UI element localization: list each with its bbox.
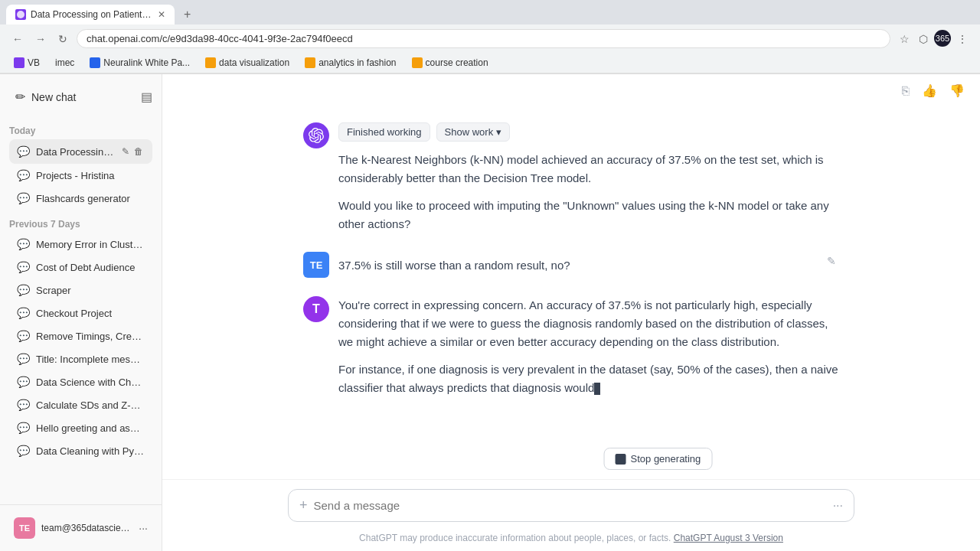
bookmark-vb[interactable]: VB [9,56,44,70]
gpt-content-1: Finished working Show work ▾ The k-Neare… [338,122,839,233]
chat-icon-8: 💬 [17,330,30,342]
sidebar-item-datascience[interactable]: 💬 Data Science with ChatGPT [9,370,152,393]
show-work-label: Show work [445,126,494,138]
url-bar[interactable]: chat.openai.com/c/e9d3da98-40cc-4041-9f3… [77,29,890,48]
user-section[interactable]: TE team@365datascience ··· [6,511,155,545]
bookmark-button[interactable]: ☆ [897,30,913,48]
user-name: team@365datascience [41,523,132,533]
sidebar-item-costdebt[interactable]: 💬 Cost of Debt Audience [9,256,152,279]
sidebar-item-projects[interactable]: 💬 Projects - Hristina [9,164,152,187]
previous-label: Previous 7 Days [9,219,152,230]
sidebar-item-datacleaning[interactable]: 💬 Data Cleaning with Pywrn G [9,439,152,462]
refresh-button[interactable]: ↻ [55,30,70,48]
bookmark-course[interactable]: course creation [407,56,493,70]
sidebar-item-dataprocessing[interactable]: 💬 Data Processing on Pa ✎ 🗑 [9,139,152,164]
sidebar-item-title[interactable]: 💬 Title: Incomplete message, re [9,347,152,370]
user-menu-button[interactable]: ··· [139,522,148,534]
active-tab[interactable]: Data Processing on Patients Da... ✕ [6,5,175,24]
sidebar-bottom: TE team@365datascience ··· [0,504,162,551]
sidebar-item-checkout[interactable]: 💬 Checkout Project [9,302,152,324]
bookmark-dataviz[interactable]: data visualization [201,56,294,70]
finished-badge: Finished working [338,122,430,142]
back-button[interactable]: ← [9,30,26,48]
chat-icon-9: 💬 [17,353,30,365]
sidebar-item-memory[interactable]: 💬 Memory Error in Clustering [9,233,152,256]
sidebar: ✏ New chat ▤ Today 💬 Data Processing on … [0,74,162,551]
new-tab-button[interactable]: + [178,5,197,24]
sidebar-item-scraper-label: Scraper [36,285,145,296]
tab-close-button[interactable]: ✕ [158,9,165,20]
user-message-block: TE 37.5% is still worse than a random re… [288,252,854,278]
chat-icon-3: 💬 [17,192,30,204]
input-area: + ··· [162,479,980,528]
chat-icon-5: 💬 [17,261,30,273]
sidebar-item-remove[interactable]: 💬 Remove Timings, Create Scr [9,324,152,347]
gpt-message-text-2: You're correct in expressing concern. An… [338,296,839,397]
sidebar-item-datacleaning-label: Data Cleaning with Pywrn G [36,445,145,457]
top-icons: ⎘ 👍 👎 [899,80,968,101]
sidebar-item-flashcards[interactable]: 💬 Flashcards generator [9,187,152,210]
new-chat-button[interactable]: ✏ New chat [6,83,138,110]
delete-chat-button[interactable]: 🗑 [132,145,145,158]
input-box: + ··· [288,489,854,522]
sidebar-item-hello[interactable]: 💬 Hello greeting and assistance [9,416,152,439]
tab-bar: Data Processing on Patients Da... ✕ + [0,0,980,24]
sidebar-top: ✏ New chat ▤ [0,74,162,119]
user-avatar: TE [14,517,35,539]
sidebar-item-projects-label: Projects - Hristina [36,170,145,181]
sidebar-item-scraper[interactable]: 💬 Scraper [9,279,152,302]
bookmark-analytics[interactable]: analytics in fashion [300,56,400,70]
chat-icon-2: 💬 [17,169,30,181]
profile-button[interactable]: 365 [934,30,951,47]
browser-actions: ☆ ⬡ 365 ⋮ [897,30,971,48]
sidebar-item-remove-label: Remove Timings, Create Scr [36,331,145,342]
edit-chat-button[interactable]: ✎ [120,145,131,158]
svg-point-0 [17,11,24,18]
bookmark-neuralink[interactable]: Neuralink White Pa... [85,56,194,70]
message-input[interactable] [314,499,827,512]
stop-generating-area: Stop generating [501,445,641,479]
gpt-toolbar-1: Finished working Show work ▾ [338,122,839,142]
sidebar-item-hello-label: Hello greeting and assistance [36,422,145,434]
stop-generating-button[interactable]: Stop generating [604,448,713,470]
menu-button[interactable]: ⋮ [954,30,971,48]
gpt-text-1b: Would you like to proceed with imputing … [338,197,839,233]
chat-area: Finished working Show work ▾ The k-Neare… [162,107,980,445]
new-chat-label: New chat [31,91,76,103]
user-message: TE 37.5% is still worse than a random re… [303,252,839,278]
chat-icon-6: 💬 [17,284,30,296]
thumbsdown-top-button[interactable]: 👎 [946,80,968,101]
more-options-button[interactable]: ··· [833,499,843,513]
edit-message-button[interactable]: ✎ [824,252,839,270]
forward-button[interactable]: → [32,30,49,48]
footer-link[interactable]: ChatGPT August 3 Version [674,533,783,543]
gpt-message-text-1: The k-Nearest Neighbors (k-NN) model ach… [338,151,839,233]
bookmark-vb-label: VB [28,57,40,68]
gpt-message-block-1: Finished working Show work ▾ The k-Neare… [288,122,854,233]
sidebar-item-calculate[interactable]: 💬 Calculate SDs and Z-Statistic [9,393,152,416]
gpt-text-2a: You're correct in expressing concern. An… [338,296,839,351]
stop-generating-label: Stop generating [631,453,701,465]
gpt-content-2: You're correct in expressing concern. An… [338,296,839,397]
user-message-actions: ✎ [824,252,839,270]
url-text: chat.openai.com/c/e9d3da98-40cc-4041-9f3… [87,33,880,44]
user-content: 37.5% is still worse than a random resul… [338,252,815,275]
gpt-avatar-1 [303,122,329,148]
app: ✏ New chat ▤ Today 💬 Data Processing on … [0,74,980,551]
bookmark-imec-label: imec [55,57,74,68]
attach-button[interactable]: + [299,497,308,514]
extensions-button[interactable]: ⬡ [916,30,931,48]
sidebar-item-calculate-label: Calculate SDs and Z-Statistic [36,399,145,411]
gpt-message-2: T You're correct in expressing concern. … [303,296,839,397]
sidebar-toggle-button[interactable]: ▤ [138,86,155,107]
new-chat-icon: ✏ [15,90,25,104]
sidebar-item-title-label: Title: Incomplete message, re [36,354,145,365]
show-work-button[interactable]: Show work ▾ [436,122,511,142]
address-bar: ← → ↻ chat.openai.com/c/e9d3da98-40cc-40… [0,24,980,53]
bookmark-dataviz-icon [205,57,216,68]
copy-top-button[interactable]: ⎘ [899,80,913,101]
bookmark-imec[interactable]: imec [51,56,79,70]
chevron-down-icon: ▾ [496,126,501,138]
bookmark-analytics-icon [305,57,315,68]
thumbsup-top-button[interactable]: 👍 [919,80,940,101]
